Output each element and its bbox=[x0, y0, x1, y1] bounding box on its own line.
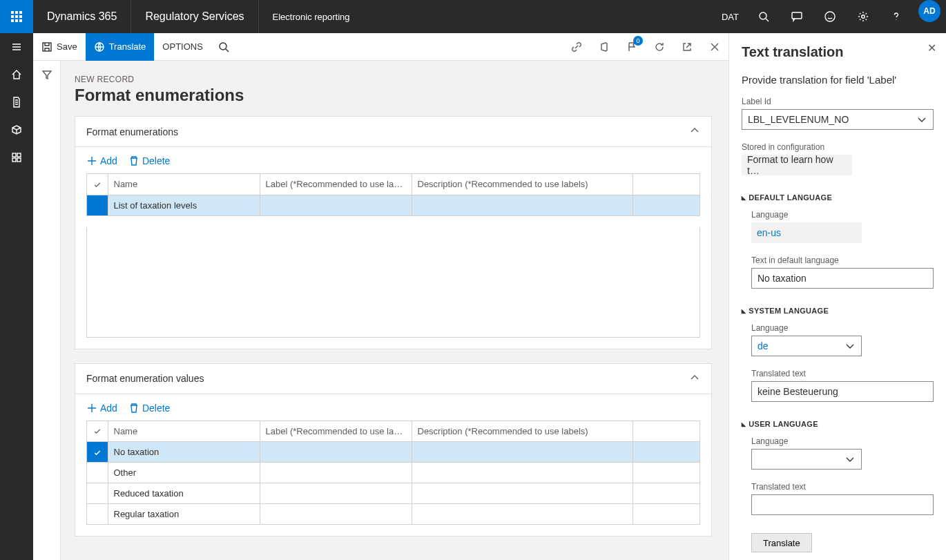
grid-empty-area[interactable] bbox=[86, 227, 700, 338]
row-selector[interactable] bbox=[87, 195, 108, 215]
table-row[interactable]: No taxation bbox=[87, 442, 699, 463]
nav-workspaces[interactable] bbox=[0, 116, 33, 144]
cell-desc[interactable] bbox=[412, 442, 633, 463]
default-lang-link[interactable]: en-us bbox=[757, 227, 781, 238]
card-toolbar: Add Delete bbox=[75, 147, 711, 173]
breadcrumb[interactable]: Electronic reporting bbox=[259, 0, 364, 33]
table-row[interactable]: Regular taxation bbox=[87, 504, 699, 525]
section-default-language[interactable]: DEFAULT LANGUAGE bbox=[742, 193, 934, 202]
cell-label[interactable] bbox=[260, 483, 412, 504]
nav-recent[interactable] bbox=[0, 88, 33, 116]
collapse-button[interactable] bbox=[689, 372, 700, 385]
office-button[interactable] bbox=[590, 33, 618, 61]
actionbar: Save Translate OPTIONS 0 bbox=[33, 33, 728, 61]
col-name[interactable]: Name bbox=[108, 174, 260, 195]
document-icon bbox=[11, 97, 22, 108]
col-desc[interactable]: Description (*Recommended to use labels) bbox=[412, 174, 633, 195]
row-selector[interactable] bbox=[87, 442, 108, 463]
chevron-down-icon bbox=[844, 340, 856, 351]
pane-close-button[interactable]: ✕ bbox=[927, 41, 936, 55]
settings-button[interactable] bbox=[847, 0, 880, 33]
filter-icon bbox=[41, 69, 52, 80]
notifications-button[interactable]: 0 bbox=[618, 33, 646, 61]
cell-name[interactable]: Regular taxation bbox=[108, 504, 260, 525]
topbar: Dynamics 365 Regulatory Services Electro… bbox=[0, 0, 946, 33]
cell-desc[interactable] bbox=[412, 504, 633, 525]
popout-button[interactable] bbox=[673, 33, 701, 61]
options-label: OPTIONS bbox=[162, 41, 203, 52]
cell-name[interactable]: Reduced taxation bbox=[108, 483, 260, 504]
card-format-enumeration-values: Format enumeration values Add Delete bbox=[75, 363, 712, 537]
user-avatar[interactable]: AD bbox=[918, 0, 940, 22]
add-button[interactable]: Add bbox=[86, 155, 117, 166]
nav-home[interactable] bbox=[0, 61, 33, 88]
save-button[interactable]: Save bbox=[33, 33, 86, 61]
messages-button[interactable] bbox=[780, 0, 813, 33]
delete-label: Delete bbox=[142, 403, 170, 414]
feedback-button[interactable] bbox=[813, 0, 847, 33]
cell-name[interactable]: List of taxation levels bbox=[108, 195, 260, 215]
col-label[interactable]: Label (*Recommended to use labels) bbox=[260, 421, 412, 442]
user-translated-input[interactable] bbox=[751, 494, 934, 515]
service-label: Regulatory Services bbox=[145, 10, 244, 23]
options-button[interactable]: OPTIONS bbox=[154, 33, 211, 61]
cell-name[interactable]: No taxation bbox=[108, 442, 260, 463]
company-picker[interactable]: DAT bbox=[713, 0, 747, 33]
cell-desc[interactable] bbox=[412, 195, 633, 215]
brand-label: Dynamics 365 bbox=[47, 10, 117, 23]
content-wrap: NEW RECORD Format enumerations Format en… bbox=[33, 61, 728, 560]
table-row[interactable]: Reduced taxation bbox=[87, 483, 699, 504]
find-button[interactable] bbox=[211, 33, 236, 61]
card-head[interactable]: Format enumerations bbox=[75, 117, 711, 147]
close-button[interactable] bbox=[701, 33, 728, 61]
col-spacer bbox=[633, 421, 699, 442]
table-row[interactable]: Other bbox=[87, 463, 699, 483]
cell-label[interactable] bbox=[260, 195, 412, 215]
select-all[interactable] bbox=[87, 421, 108, 442]
attach-button[interactable] bbox=[563, 33, 590, 61]
cell-label[interactable] bbox=[260, 504, 412, 525]
search-button[interactable] bbox=[747, 0, 780, 33]
cell-name[interactable]: Other bbox=[108, 463, 260, 483]
company-label: DAT bbox=[722, 12, 739, 22]
table-row[interactable]: List of taxation levels bbox=[87, 195, 699, 215]
cell-desc[interactable] bbox=[412, 483, 633, 504]
row-selector[interactable] bbox=[87, 483, 108, 504]
nav-modules[interactable] bbox=[0, 144, 33, 171]
system-lang-select[interactable]: de bbox=[751, 336, 862, 356]
add-button[interactable]: Add bbox=[86, 403, 117, 414]
chevron-up-icon bbox=[689, 372, 700, 383]
system-translated-input[interactable]: keine Besteuerung bbox=[751, 381, 934, 402]
refresh-button[interactable] bbox=[646, 33, 673, 61]
labelid-select[interactable]: LBL_LEVELENUM_NO bbox=[742, 109, 934, 130]
delete-button[interactable]: Delete bbox=[128, 403, 170, 414]
row-selector[interactable] bbox=[87, 504, 108, 525]
delete-button[interactable]: Delete bbox=[128, 155, 170, 166]
col-desc[interactable]: Description (*Recommended to use labels) bbox=[412, 421, 633, 442]
chevron-down-icon bbox=[916, 114, 927, 125]
card-head[interactable]: Format enumeration values bbox=[75, 364, 711, 394]
filter-button[interactable] bbox=[41, 69, 52, 82]
cell-label[interactable] bbox=[260, 442, 412, 463]
nav-expand-button[interactable] bbox=[0, 33, 33, 61]
user-lang-field: Language bbox=[751, 436, 934, 470]
add-label: Add bbox=[100, 155, 117, 166]
translate-button[interactable]: Translate bbox=[86, 33, 155, 61]
translate-action-button[interactable]: Translate bbox=[751, 533, 812, 552]
cell-spacer bbox=[633, 195, 699, 215]
language-label: Language bbox=[751, 210, 934, 220]
cell-spacer bbox=[633, 442, 699, 463]
col-label[interactable]: Label (*Recommended to use labels) bbox=[260, 174, 412, 195]
app-launcher-button[interactable] bbox=[0, 0, 33, 33]
cell-label[interactable] bbox=[260, 463, 412, 483]
default-text-input[interactable]: No taxation bbox=[751, 268, 934, 289]
section-system-language[interactable]: SYSTEM LANGUAGE bbox=[742, 307, 934, 315]
user-lang-select[interactable] bbox=[751, 449, 862, 470]
cell-desc[interactable] bbox=[412, 463, 633, 483]
col-name[interactable]: Name bbox=[108, 421, 260, 442]
help-button[interactable] bbox=[880, 0, 913, 33]
row-selector[interactable] bbox=[87, 463, 108, 483]
collapse-button[interactable] bbox=[689, 125, 700, 138]
section-user-language[interactable]: USER LANGUAGE bbox=[742, 420, 934, 428]
select-all[interactable] bbox=[87, 174, 108, 195]
